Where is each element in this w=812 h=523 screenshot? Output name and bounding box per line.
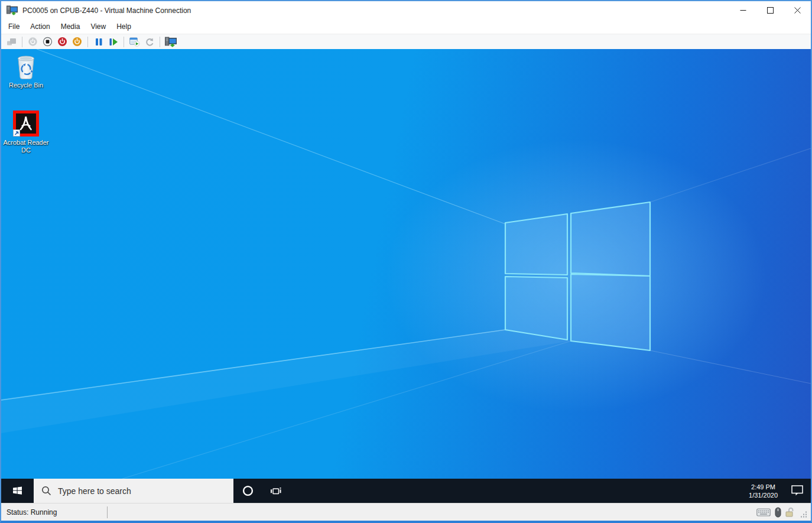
- save-state-icon[interactable]: [70, 35, 85, 48]
- reset-icon[interactable]: [106, 35, 121, 48]
- minimize-button[interactable]: [729, 1, 756, 20]
- vm-status-text: Status: Running: [7, 508, 107, 516]
- start-power-icon: [25, 35, 40, 48]
- acrobat-reader-icon: [12, 110, 40, 137]
- start-icon: [12, 486, 22, 496]
- vm-connection-window: PC0005 on CPUB-Z440 - Virtual Machine Co…: [0, 0, 812, 523]
- revert-icon: [142, 35, 157, 48]
- windows-logo-wallpaper: [1, 49, 811, 479]
- search-input[interactable]: [58, 486, 223, 496]
- turn-off-icon[interactable]: [40, 35, 55, 48]
- menu-file[interactable]: File: [3, 21, 25, 33]
- shut-down-icon[interactable]: [55, 35, 70, 48]
- window-controls: [729, 1, 811, 20]
- status-indicators: [756, 507, 807, 518]
- toolbar-separator: [22, 37, 22, 47]
- vm-connection-icon: [7, 5, 18, 15]
- desktop-icon-acrobat-reader[interactable]: Acrobat Reader DC: [3, 110, 49, 154]
- status-bar: Status: Running: [1, 503, 811, 521]
- start-button[interactable]: [1, 479, 34, 503]
- action-center-icon: [791, 485, 804, 496]
- menu-help[interactable]: Help: [111, 21, 137, 33]
- task-view-button[interactable]: [262, 479, 290, 503]
- clock-time: 2:49 PM: [751, 483, 775, 491]
- menu-bar: File Action Media View Help: [1, 20, 811, 34]
- maximize-button[interactable]: [756, 1, 784, 20]
- taskbar-search-box[interactable]: [34, 479, 233, 503]
- search-icon: [41, 486, 51, 496]
- task-view-icon: [270, 486, 282, 496]
- vm-toolbar: [1, 34, 811, 49]
- close-button[interactable]: [784, 1, 811, 20]
- lock-icon: [785, 507, 795, 517]
- desktop-icon-recycle-bin[interactable]: Recycle Bin: [3, 54, 49, 89]
- vm-desktop: Recycle Bin Acrobat Reader DC: [1, 49, 811, 503]
- toolbar-separator: [124, 37, 124, 47]
- cortana-icon: [242, 485, 254, 496]
- desktop-icon-label: Recycle Bin: [9, 82, 43, 89]
- menu-media[interactable]: Media: [56, 21, 86, 33]
- title-bar: PC0005 on CPUB-Z440 - Virtual Machine Co…: [1, 1, 811, 20]
- checkpoint-icon[interactable]: [127, 35, 142, 48]
- taskbar: 2:49 PM 1/31/2020: [1, 479, 811, 503]
- toolbar-separator: [87, 37, 88, 47]
- status-separator: [107, 506, 108, 518]
- clock-date: 1/31/2020: [749, 491, 778, 499]
- ctrl-alt-del-icon: [4, 35, 19, 48]
- resize-grip[interactable]: [801, 511, 807, 518]
- recycle-bin-icon: [13, 54, 39, 80]
- pause-icon[interactable]: [91, 35, 106, 48]
- window-title: PC0005 on CPUB-Z440 - Virtual Machine Co…: [22, 7, 191, 15]
- action-center-button[interactable]: [784, 479, 811, 503]
- keyboard-icon: [756, 508, 771, 517]
- desktop-icon-label: Acrobat Reader DC: [3, 139, 49, 154]
- toolbar-separator: [160, 37, 160, 47]
- enhanced-session-icon[interactable]: [163, 35, 178, 48]
- taskbar-empty-area: [290, 479, 743, 503]
- menu-action[interactable]: Action: [25, 21, 55, 33]
- mouse-icon: [775, 507, 781, 518]
- menu-view[interactable]: View: [85, 21, 111, 33]
- taskbar-clock[interactable]: 2:49 PM 1/31/2020: [743, 479, 784, 503]
- cortana-button[interactable]: [233, 479, 262, 503]
- shortcut-arrow-overlay: [14, 130, 20, 137]
